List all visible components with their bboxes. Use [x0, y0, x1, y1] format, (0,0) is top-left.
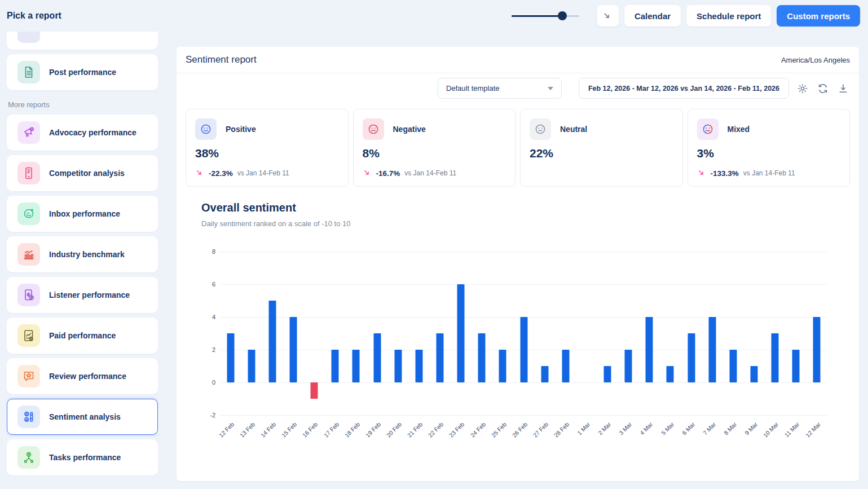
- sidebar-item-industry-benchmark[interactable]: Industry benchmark: [7, 236, 158, 272]
- sentiment-bar-11-mar[interactable]: [792, 350, 800, 382]
- sidebar-item-inbox-performance[interactable]: Inbox performance: [7, 196, 158, 232]
- resize-diagonal-button[interactable]: [597, 5, 619, 27]
- summary-card-mixed: Mixed3%-133.3%vs Jan 14-Feb 11: [688, 109, 851, 187]
- summary-card-label: Mixed: [728, 125, 750, 134]
- sentiment-bar-3-mar[interactable]: [625, 350, 632, 382]
- sentiment-bar-9-mar[interactable]: [751, 366, 758, 382]
- document-icon: [17, 61, 40, 83]
- review-star-icon: [17, 365, 40, 387]
- sidebar-item-competitor-analysis[interactable]: Competitor analysis: [7, 155, 158, 191]
- trend-down-arrow-icon: [697, 169, 706, 178]
- delta-compare-label: vs Jan 14-Feb 11: [404, 169, 456, 177]
- sentiment-bar-26-feb[interactable]: [520, 317, 527, 382]
- calendar-button[interactable]: Calendar: [624, 5, 681, 27]
- sentiment-bar-19-feb[interactable]: [373, 333, 381, 382]
- delta-compare-label: vs Jan 14-Feb 11: [743, 169, 795, 177]
- sidebar-partial-slot: [7, 32, 158, 50]
- settings-gear-icon[interactable]: [797, 82, 809, 95]
- custom-reports-button[interactable]: Custom reports: [777, 5, 860, 27]
- sidebar-item-paid-performance[interactable]: Paid performance: [7, 318, 158, 354]
- sentiment-bar-10-mar[interactable]: [772, 333, 779, 382]
- date-range-button[interactable]: Feb 12, 2026 - Mar 12, 2026 vs Jan 14, 2…: [579, 78, 789, 99]
- sidebar-item-listener-performance[interactable]: Listener performance: [7, 277, 158, 313]
- schedule-report-button[interactable]: Schedule report: [686, 5, 771, 27]
- summary-card-delta: -16.7%vs Jan 14-Feb 11: [363, 169, 506, 178]
- slider-fill: [512, 15, 562, 17]
- summary-card-value: 38%: [195, 147, 339, 160]
- sentiment-bar-6-mar[interactable]: [688, 333, 695, 382]
- sentiment-bar-28-feb[interactable]: [562, 350, 569, 382]
- y-axis-tick: 0: [200, 379, 215, 386]
- sentiment-bar-24-feb[interactable]: [478, 333, 486, 382]
- sentiment-chart: 86420-212 Feb13 Feb14 Feb15 Feb16 Feb17 …: [220, 252, 827, 459]
- summary-card-label: Positive: [226, 125, 256, 134]
- sentiment-bar-16-feb[interactable]: [311, 382, 318, 399]
- listener-icon: [17, 284, 40, 306]
- sidebar-item-label: Post performance: [49, 68, 116, 77]
- chart-subtitle: Daily sentiment ranked on a scale of -10…: [201, 219, 850, 228]
- sidebar-item-label: Competitor analysis: [49, 169, 125, 178]
- sentiment-bar-2-mar[interactable]: [604, 366, 611, 382]
- sentiment-bar-4-mar[interactable]: [646, 317, 653, 382]
- sentiment-chart-plot: 86420-212 Feb13 Feb14 Feb15 Feb16 Feb17 …: [220, 252, 827, 415]
- trend-down-arrow-icon: [195, 169, 204, 178]
- template-select[interactable]: Default template: [438, 78, 562, 99]
- sentiment-bar-13-feb[interactable]: [248, 350, 255, 382]
- sidebar-item-post-performance[interactable]: Post performance: [7, 54, 158, 90]
- sidebar-items-slot: Advocacy performanceCompetitor analysisI…: [7, 114, 158, 475]
- y-axis-tick: 6: [200, 281, 215, 288]
- sentiment-bar-15-feb[interactable]: [289, 317, 297, 382]
- sentiment-bar-7-mar[interactable]: [708, 317, 716, 382]
- summary-card-value: 8%: [363, 147, 506, 160]
- sentiment-bar-12-feb[interactable]: [227, 333, 234, 382]
- refresh-icon[interactable]: [817, 82, 830, 95]
- sidebar-item-sentiment-analysis[interactable]: Sentiment analysis: [7, 399, 158, 435]
- sidebar-item-advocacy-performance[interactable]: Advocacy performance: [7, 114, 158, 151]
- sentiment-bar-25-feb[interactable]: [499, 350, 506, 382]
- delta-percent: -22.3%: [209, 169, 233, 178]
- page-title: Pick a report: [7, 11, 61, 21]
- slider-thumb[interactable]: [558, 11, 567, 20]
- sidebar-item-tasks-performance[interactable]: Tasks performance: [7, 439, 158, 475]
- report-header: Sentiment report America/Los Angeles: [177, 47, 859, 73]
- zoom-slider[interactable]: [512, 11, 579, 20]
- sentiment-bar-20-feb[interactable]: [394, 350, 402, 382]
- sidebar-item-label: Listener performance: [49, 290, 130, 299]
- trend-down-arrow-icon: [363, 169, 372, 178]
- report-title: Sentiment report: [186, 54, 257, 65]
- sentiment-bar-23-feb[interactable]: [457, 284, 465, 382]
- top-bar: Pick a report Calendar Schedule report C…: [0, 0, 868, 32]
- summary-card-label: Neutral: [560, 125, 587, 134]
- summary-card-negative: Negative8%-16.7%vs Jan 14-Feb 11: [353, 109, 516, 187]
- sidebar-item-label: Review performance: [49, 372, 126, 381]
- sentiment-bar-22-feb[interactable]: [436, 333, 443, 382]
- summary-cards: Positive38%-22.3%vs Jan 14-Feb 11Negativ…: [177, 103, 859, 187]
- y-axis-tick: 8: [200, 248, 215, 255]
- summary-card-delta: -133.3%vs Jan 14-Feb 11: [697, 169, 841, 178]
- download-icon[interactable]: [838, 82, 850, 95]
- megaphone-icon: [17, 121, 40, 144]
- sentiment-icon: [17, 406, 40, 428]
- sentiment-bar-21-feb[interactable]: [415, 350, 422, 382]
- sentiment-bar-12-mar[interactable]: [813, 317, 821, 382]
- sidebar-item-label: Industry benchmark: [49, 250, 125, 259]
- sentiment-bar-8-mar[interactable]: [729, 350, 737, 382]
- sidebar-item-label: Inbox performance: [49, 209, 120, 218]
- phone-icon: [17, 162, 40, 184]
- sidebar-item-label: Paid performance: [49, 331, 116, 340]
- chart-title: Overall sentiment: [201, 201, 850, 214]
- paid-chart-icon: [17, 324, 40, 347]
- y-axis-tick: 2: [200, 346, 215, 353]
- inbox-smile-icon: [17, 202, 40, 225]
- sidebar-item-partial[interactable]: [7, 32, 158, 50]
- sentiment-bar-5-mar[interactable]: [667, 366, 674, 382]
- resize-diagonal-icon: [602, 10, 614, 22]
- sidebar-item-review-performance[interactable]: Review performance: [7, 358, 158, 394]
- report-panel: Sentiment report America/Los Angeles Def…: [177, 47, 859, 481]
- gridline: [220, 415, 827, 416]
- sentiment-bar-27-feb[interactable]: [541, 366, 548, 382]
- sentiment-bar-18-feb[interactable]: [353, 350, 360, 382]
- sentiment-bar-14-feb[interactable]: [268, 301, 276, 382]
- sentiment-bar-17-feb[interactable]: [332, 350, 339, 382]
- y-axis-tick: -2: [200, 412, 215, 418]
